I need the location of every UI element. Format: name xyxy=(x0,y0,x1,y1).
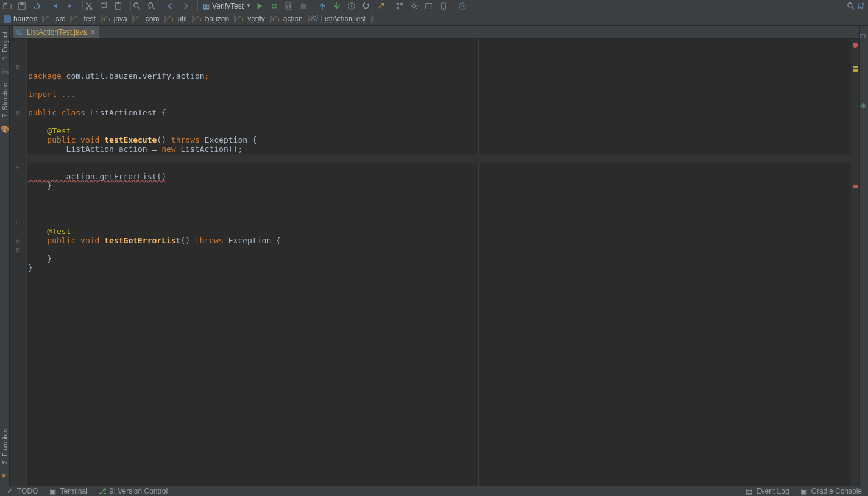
folder-icon: 🗀 xyxy=(166,15,175,23)
crumb-test[interactable]: 🗀test xyxy=(70,12,100,26)
crumb-verify[interactable]: 🗀verify xyxy=(234,12,270,26)
crumb-module[interactable]: bauzen xyxy=(1,12,42,26)
redo-icon[interactable] xyxy=(65,1,75,11)
svg-point-25 xyxy=(412,4,415,7)
navigation-bar: bauzen 🗀src 🗀test 🗀java 🗀com 🗀util 🗀bauz… xyxy=(0,12,868,26)
svg-line-13 xyxy=(152,6,155,9)
svg-rect-0 xyxy=(4,4,11,9)
tab-label: ListActionTest.java xyxy=(27,28,87,37)
save-icon[interactable] xyxy=(17,1,27,11)
left-tool-stripe: 1: Project 🐜 7: Structure 🎨 2: Favorites… xyxy=(0,26,10,486)
terminal-icon: ▣ xyxy=(49,487,56,495)
svg-rect-26 xyxy=(426,3,432,9)
event-log-button[interactable]: ▤Event Log xyxy=(746,487,789,495)
svg-line-32 xyxy=(852,6,854,9)
svg-rect-17 xyxy=(286,2,292,9)
svg-point-31 xyxy=(848,2,852,7)
project-toolwin-button[interactable]: 1: Project xyxy=(1,29,9,62)
svg-line-11 xyxy=(138,6,140,9)
sdk-icon[interactable] xyxy=(424,1,434,11)
terminal-toolwin-button[interactable]: ▣Terminal xyxy=(49,487,87,495)
svg-rect-19 xyxy=(289,4,291,8)
vcs-icon: ⎇ xyxy=(99,487,106,495)
warning-mark[interactable] xyxy=(853,69,858,72)
code-editor[interactable]: ⊞ ⊟ ⊟ ⊟ ⊟ ⊟ package com.util.bauzen.veri… xyxy=(10,39,859,486)
crumb-util[interactable]: 🗀util xyxy=(164,12,191,26)
svg-rect-20 xyxy=(301,3,306,9)
svg-rect-18 xyxy=(286,5,288,8)
svg-text:?: ? xyxy=(461,3,464,9)
coverage-icon[interactable] xyxy=(284,1,294,11)
structure-icon[interactable] xyxy=(395,1,404,11)
svg-rect-24 xyxy=(397,6,399,9)
vcs-push-icon[interactable] xyxy=(376,1,386,11)
find-icon[interactable] xyxy=(132,1,142,11)
vcs-history-icon[interactable] xyxy=(347,1,356,11)
warning-mark[interactable] xyxy=(853,66,858,68)
editor-area: Ⓒ ListActionTest.java × ⊞ ⊟ ⊟ ⊟ ⊟ ⊟ pack… xyxy=(10,26,859,486)
right-tool-stripe: m ◉ xyxy=(859,26,868,486)
help-icon[interactable]: ? xyxy=(457,1,467,11)
editor-gutter[interactable]: ⊞ ⊟ ⊟ ⊟ ⊟ ⊟ xyxy=(10,39,27,486)
editor-tab[interactable]: Ⓒ ListActionTest.java × xyxy=(12,26,99,38)
folder-icon: 🗀 xyxy=(194,15,203,23)
refresh-icon[interactable] xyxy=(32,1,41,11)
svg-rect-9 xyxy=(117,2,119,4)
run-icon[interactable] xyxy=(255,1,264,11)
editor-tabs: Ⓒ ListActionTest.java × xyxy=(10,26,859,39)
main-toolbar: ▦ VerifyTest ▼ ? IJ xyxy=(0,0,868,12)
stop-icon[interactable] xyxy=(298,1,308,11)
star-icon[interactable]: ★ xyxy=(1,471,9,480)
close-tab-icon[interactable]: × xyxy=(91,28,95,37)
crumb-src[interactable]: 🗀src xyxy=(42,12,70,26)
forward-icon[interactable] xyxy=(180,1,190,11)
code-content[interactable]: package com.util.bauzen.verify.action; i… xyxy=(27,39,851,486)
folder-icon: 🗀 xyxy=(272,15,281,23)
folder-icon: 🗀 xyxy=(103,15,111,23)
vcs-toolwin-button[interactable]: ⎇9: Version Control xyxy=(99,487,168,495)
favorites-toolwin-button[interactable]: 2: Favorites xyxy=(1,427,9,466)
error-mark[interactable] xyxy=(853,185,858,188)
back-icon[interactable] xyxy=(166,1,175,11)
undo-icon[interactable] xyxy=(51,1,60,11)
folder-icon: 🗀 xyxy=(135,15,143,23)
svg-rect-3 xyxy=(20,2,23,5)
maven-icon[interactable]: m xyxy=(860,32,869,40)
error-stripe[interactable] xyxy=(851,39,859,486)
gradle-icon[interactable]: ◉ xyxy=(860,101,869,110)
class-icon: Ⓒ xyxy=(310,15,319,23)
crumb-com[interactable]: 🗀com xyxy=(132,12,164,26)
debug-icon[interactable] xyxy=(269,1,279,11)
svg-point-10 xyxy=(134,2,138,7)
svg-rect-22 xyxy=(397,2,399,5)
crumb-action[interactable]: 🗀action xyxy=(270,12,308,26)
ide-icon[interactable]: IJ xyxy=(856,1,866,11)
current-line-highlight xyxy=(27,154,851,163)
paste-icon[interactable] xyxy=(113,1,123,11)
gradle-console-button[interactable]: ▣Gradle Console xyxy=(800,487,862,495)
crumb-bauzen[interactable]: 🗀bauzen xyxy=(192,12,234,26)
crumb-java[interactable]: 🗀java xyxy=(101,12,132,26)
cut-icon[interactable] xyxy=(84,1,94,11)
structure-toolwin-button[interactable]: 7: Structure xyxy=(1,80,9,120)
copy-icon[interactable] xyxy=(99,1,108,11)
search-everywhere-icon[interactable] xyxy=(846,1,856,11)
avd-icon[interactable] xyxy=(439,1,448,11)
open-icon[interactable] xyxy=(2,1,12,11)
replace-icon[interactable] xyxy=(147,1,157,11)
run-config-label: VerifyTest xyxy=(212,2,244,10)
palette-icon[interactable]: 🎨 xyxy=(1,125,9,133)
folder-icon: 🗀 xyxy=(236,15,245,23)
settings-icon[interactable] xyxy=(409,1,419,11)
folder-icon: 🗀 xyxy=(44,15,53,23)
vcs-update-icon[interactable] xyxy=(317,1,327,11)
class-icon: Ⓒ xyxy=(16,27,23,37)
vcs-revert-icon[interactable] xyxy=(361,1,371,11)
todo-toolwin-button[interactable]: ✓TODO xyxy=(6,487,38,495)
run-config-selector[interactable]: ▦ VerifyTest ▼ xyxy=(199,2,255,10)
ant-icon[interactable]: 🐜 xyxy=(1,67,9,76)
crumb-class[interactable]: ⒸListActionTest xyxy=(308,12,371,26)
error-indicator-icon[interactable] xyxy=(853,43,858,48)
vcs-commit-icon[interactable] xyxy=(332,1,342,11)
todo-icon: ✓ xyxy=(6,487,13,495)
